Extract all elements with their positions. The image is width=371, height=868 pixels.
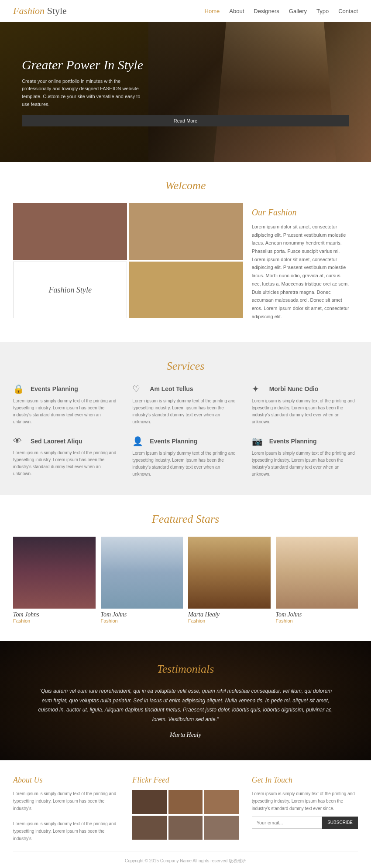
footer-flickr-title: Flickr Feed <box>132 776 238 785</box>
star-card: Marta Healy Fashion <box>188 537 271 623</box>
footer: About Us Lorem ipsum is simply dummy tex… <box>0 760 371 868</box>
service-icon-camera: 📷 <box>252 436 265 446</box>
flickr-thumb-6[interactable] <box>204 816 238 840</box>
service-item: 👤 Events Planning Lorem ipsum is simply … <box>132 436 238 478</box>
star-name: Tom Johns <box>101 611 183 618</box>
nav-designers[interactable]: Designers <box>254 8 279 14</box>
flickr-grid <box>132 790 238 840</box>
service-item: ✦ Morbi Nunc Odio Lorem ipsum is simply … <box>252 384 358 425</box>
service-icon-heart: ♡ <box>132 384 145 394</box>
service-item: 👁 Sed Laoreet Aliqu Lorem ipsum is simpl… <box>13 436 119 478</box>
service-desc: Lorem ipsum is simply dummy text of the … <box>132 398 238 425</box>
testimonials-section: Testimonials "Quis autem vel eum iure re… <box>0 641 371 760</box>
service-header: ♡ Am Leot Tellus <box>132 384 238 394</box>
service-icon-cross: ✦ <box>252 384 265 394</box>
star-card: Tom Johns Fashion <box>101 537 183 623</box>
footer-about: About Us Lorem ipsum is simply dummy tex… <box>13 776 119 842</box>
nav-links: Home About Designers Gallery Typo Contac… <box>205 8 358 14</box>
flickr-thumb-1[interactable] <box>132 790 166 814</box>
star-card: Tom Johns Fashion <box>276 537 358 623</box>
welcome-image-3 <box>129 262 243 318</box>
hero-read-more-button[interactable]: Read More <box>22 115 349 126</box>
service-title: Events Planning <box>150 438 197 445</box>
fashion-style-label: Fashion Style <box>48 286 91 295</box>
footer-contact: Get In Touch Lorem ipsum is simply dummy… <box>252 776 358 842</box>
welcome-image-2 <box>129 203 243 260</box>
nav-about[interactable]: About <box>229 8 244 14</box>
service-title: Sed Laoreet Aliqu <box>31 438 82 445</box>
featured-title: Featured Stars <box>13 513 358 526</box>
star-name: Marta Healy <box>188 611 271 618</box>
featured-section: Featured Stars Tom Johns Fashion Tom Joh… <box>0 495 371 641</box>
star-role: Fashion <box>276 618 358 623</box>
hero-section: Greater Power In Style Create your onlin… <box>0 22 371 162</box>
service-icon-eye: 👁 <box>13 436 26 446</box>
service-title: Events Planning <box>269 438 317 445</box>
welcome-title: Welcome <box>13 179 358 192</box>
nav-home[interactable]: Home <box>205 8 220 14</box>
stars-grid: Tom Johns Fashion Tom Johns Fashion Mart… <box>13 537 358 623</box>
email-row: SUBSCRIBE <box>252 817 358 829</box>
star-image-1 <box>13 537 96 609</box>
service-item: ♡ Am Leot Tellus Lorem ipsum is simply d… <box>132 384 238 425</box>
our-fashion-title: Our Fashion <box>252 208 349 218</box>
services-title: Services <box>13 360 358 373</box>
testimonials-title: Testimonials <box>35 663 336 676</box>
our-fashion-text: Lorem ipsum dolor sit amet, consectetur … <box>252 223 349 320</box>
logo-style: Style <box>45 5 67 16</box>
footer-touch-title: Get In Touch <box>252 776 358 785</box>
service-item: 🔒 Events Planning Lorem ipsum is simply … <box>13 384 119 425</box>
footer-copyright: Copyright © 2015 Company Name All rights… <box>13 851 358 864</box>
service-title: Events Planning <box>31 385 78 392</box>
our-fashion-panel: Our Fashion Lorem ipsum dolor sit amet, … <box>243 203 358 325</box>
service-desc: Lorem ipsum is simply dummy text of the … <box>13 398 119 425</box>
fashion-style-box: Fashion Style <box>13 262 127 318</box>
star-card: Tom Johns Fashion <box>13 537 96 623</box>
nav-typo[interactable]: Typo <box>316 8 329 14</box>
service-header: 👤 Events Planning <box>132 436 238 446</box>
service-item: 📷 Events Planning Lorem ipsum is simply … <box>252 436 358 478</box>
logo[interactable]: Fashion Style <box>13 5 67 17</box>
service-desc: Lorem ipsum is simply dummy text of the … <box>132 450 238 478</box>
flickr-thumb-5[interactable] <box>168 816 203 840</box>
testimonial-author: Marta Healy <box>35 732 336 739</box>
services-section: Services 🔒 Events Planning Lorem ipsum i… <box>0 342 371 495</box>
email-input[interactable] <box>252 817 323 829</box>
service-title: Am Leot Tellus <box>150 385 193 392</box>
navigation: Fashion Style Home About Designers Galle… <box>0 0 371 22</box>
star-role: Fashion <box>13 618 96 623</box>
service-header: 👁 Sed Laoreet Aliqu <box>13 436 119 446</box>
service-desc: Lorem ipsum is simply dummy text of the … <box>13 449 119 477</box>
footer-about-title: About Us <box>13 776 119 785</box>
welcome-images: Fashion Style <box>13 203 243 318</box>
nav-contact[interactable]: Contact <box>338 8 358 14</box>
nav-gallery[interactable]: Gallery <box>289 8 307 14</box>
star-name: Tom Johns <box>13 611 96 618</box>
service-title: Morbi Nunc Odio <box>269 385 319 392</box>
hero-description: Create your online portfolio in minutes … <box>22 78 144 108</box>
service-header: ✦ Morbi Nunc Odio <box>252 384 358 394</box>
footer-flickr: Flickr Feed <box>132 776 238 842</box>
service-icon-lock: 🔒 <box>13 384 26 394</box>
welcome-section: Welcome Fashion Style Our Fashion Lorem … <box>0 162 371 342</box>
hero-title: Greater Power In Style <box>22 58 349 72</box>
flickr-thumb-4[interactable] <box>132 816 166 840</box>
star-image-3 <box>188 537 271 609</box>
service-desc: Lorem ipsum is simply dummy text of the … <box>252 450 358 478</box>
footer-grid: About Us Lorem ipsum is simply dummy tex… <box>13 776 358 842</box>
flickr-thumb-3[interactable] <box>204 790 238 814</box>
service-icon-person: 👤 <box>132 436 145 446</box>
footer-about-text2: Lorem ipsum is simply dummy text of the … <box>13 820 119 842</box>
star-role: Fashion <box>101 618 183 623</box>
service-header: 🔒 Events Planning <box>13 384 119 394</box>
flickr-thumb-2[interactable] <box>168 790 203 814</box>
service-header: 📷 Events Planning <box>252 436 358 446</box>
logo-fashion: Fashion <box>13 5 45 16</box>
star-image-4 <box>276 537 358 609</box>
star-name: Tom Johns <box>276 611 358 618</box>
subscribe-button[interactable]: SUBSCRIBE <box>322 817 358 829</box>
testimonial-text: "Quis autem vel eum iure reprehenderit, … <box>35 687 336 724</box>
footer-about-text1: Lorem ipsum is simply dummy text of the … <box>13 790 119 812</box>
footer-touch-text: Lorem ipsum is simply dummy text of the … <box>252 790 358 812</box>
service-desc: Lorem ipsum is simply dummy text of the … <box>252 398 358 425</box>
